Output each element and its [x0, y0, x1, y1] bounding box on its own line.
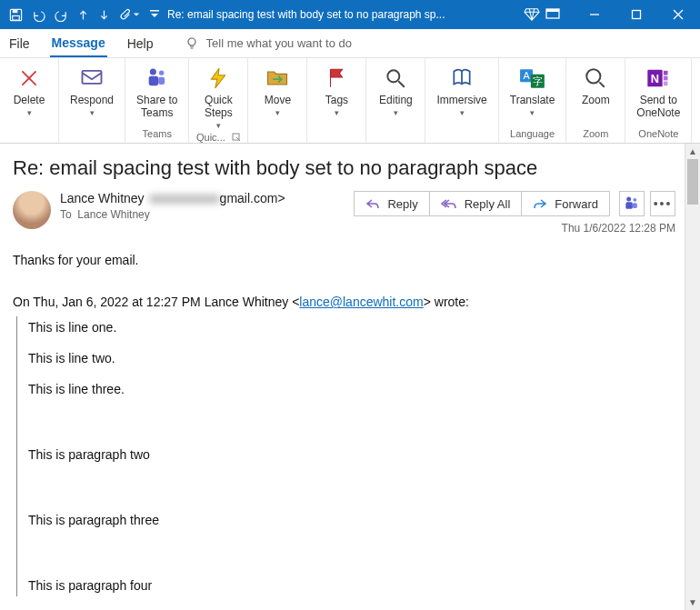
reply-all-button[interactable]: Reply All [429, 191, 523, 216]
group-delete: Delete ▾ [0, 58, 59, 143]
group-immersive: Immersive ▾ [425, 58, 498, 143]
chevron-down-icon: ▾ [460, 108, 465, 117]
svg-rect-1 [13, 9, 18, 13]
svg-point-26 [587, 69, 601, 83]
window-controls [540, 2, 696, 27]
sender-avatar[interactable] [13, 191, 51, 229]
svg-rect-16 [148, 76, 158, 86]
svg-rect-5 [546, 9, 559, 12]
tell-me-search[interactable]: Tell me what you want to do [185, 36, 352, 51]
vertical-scrollbar[interactable]: ▲ ▼ [685, 144, 700, 610]
scroll-up-arrow[interactable]: ▲ [685, 144, 700, 159]
message-subject: Re: email spacing test with body set to … [13, 156, 675, 180]
svg-rect-38 [633, 203, 637, 208]
close-button[interactable] [665, 2, 691, 27]
zoom-icon [581, 64, 610, 93]
message-area: Re: email spacing test with body set to … [0, 144, 700, 610]
tags-button[interactable]: Tags ▾ [313, 62, 360, 119]
onenote-icon: N [644, 64, 673, 93]
previous-item-icon[interactable] [77, 8, 89, 22]
translate-button[interactable]: A字 Translate ▾ [505, 62, 561, 119]
svg-text:A: A [523, 70, 530, 81]
respond-icon [77, 64, 106, 93]
quick-access-toolbar [4, 8, 160, 22]
svg-point-19 [388, 70, 400, 82]
ribbon-tabs: File Message Help Tell me what you want … [0, 29, 700, 58]
recipient-line: To Lance Whitney [60, 208, 354, 221]
group-language: A字 Translate ▾ Language [499, 58, 567, 143]
svg-point-36 [633, 198, 636, 202]
svg-rect-37 [625, 202, 633, 209]
tab-message[interactable]: Message [50, 30, 107, 57]
more-actions-button[interactable]: ••• [650, 191, 675, 216]
next-item-icon[interactable] [98, 8, 110, 22]
ribbon-display-icon[interactable] [540, 2, 565, 27]
book-icon [447, 64, 476, 93]
teams-chat-button[interactable] [619, 191, 645, 216]
quick-steps-button[interactable]: Quick Steps ▾ [195, 62, 242, 132]
group-editing: Editing ▾ [366, 58, 425, 143]
svg-rect-3 [150, 10, 159, 12]
group-addin: Viva Insights Add-in [692, 58, 700, 143]
window-title: Re: email spacing test with body set to … [160, 8, 453, 21]
quoted-sender-email-link[interactable]: lance@lancewhit.com [299, 295, 423, 309]
tab-help[interactable]: Help [125, 31, 155, 56]
message-pane: Re: email spacing test with body set to … [0, 144, 685, 610]
delete-button[interactable]: Delete ▾ [5, 62, 53, 119]
quoted-paragraph: This is paragraph four [28, 578, 675, 593]
group-label: Zoom [583, 126, 608, 141]
save-icon[interactable] [9, 8, 23, 22]
send-to-onenote-button[interactable]: N Send to OneNote [631, 62, 685, 122]
flag-icon [322, 64, 351, 93]
forward-icon [533, 197, 547, 210]
message-body: Thanks for your email. [13, 251, 675, 269]
folder-move-icon [263, 64, 292, 93]
svg-point-10 [188, 38, 195, 45]
chevron-down-icon: ▾ [394, 108, 398, 117]
svg-line-27 [600, 82, 605, 86]
redo-icon[interactable] [55, 8, 68, 22]
sender-email: xxxxxxxxxxxgmail.com> [150, 191, 285, 205]
zoom-button[interactable]: Zoom [572, 62, 619, 109]
chevron-down-icon: ▾ [90, 108, 95, 117]
minimize-button[interactable] [582, 2, 607, 27]
attach-icon[interactable] [119, 8, 140, 22]
premium-diamond-icon[interactable] [524, 7, 540, 22]
quote-intro: On Thu, Jan 6, 2022 at 12:27 PM Lance Wh… [13, 295, 675, 309]
body-paragraph: Thanks for your email. [13, 251, 675, 269]
response-actions: Reply Reply All Forward [354, 191, 610, 216]
group-teams: Share to Teams Teams [125, 58, 189, 143]
svg-rect-2 [13, 15, 20, 20]
scroll-down-arrow[interactable]: ▼ [685, 595, 700, 610]
respond-button[interactable]: Respond ▾ [65, 62, 119, 119]
scroll-thumb[interactable] [687, 159, 698, 205]
group-label: Teams [143, 126, 172, 141]
svg-rect-17 [158, 77, 165, 85]
qat-customize-icon[interactable] [149, 9, 160, 20]
forward-button[interactable]: Forward [521, 191, 610, 216]
quoted-message: This is line one. This is line two. This… [16, 316, 675, 596]
svg-text:字: 字 [532, 76, 542, 87]
quoted-line: This is line two. [28, 351, 675, 365]
teams-icon [623, 195, 641, 213]
translate-icon: A字 [518, 64, 547, 93]
share-to-teams-button[interactable]: Share to Teams [131, 62, 183, 122]
undo-icon[interactable] [32, 8, 45, 22]
reply-button[interactable]: Reply [354, 191, 429, 216]
teams-icon [143, 64, 172, 93]
group-quick-steps: Quick Steps ▾ Quic... [189, 58, 248, 143]
maximize-button[interactable] [624, 2, 649, 27]
quoted-paragraph: This is paragraph three [28, 513, 675, 527]
tab-file[interactable]: File [7, 31, 32, 56]
group-zoom: Zoom Zoom [566, 58, 625, 143]
chevron-down-icon: ▾ [216, 121, 221, 130]
ribbon: Delete ▾ Respond ▾ Share to Teams Teams [0, 58, 700, 144]
svg-point-35 [626, 197, 631, 202]
search-icon [381, 64, 410, 93]
message-date: Thu 1/6/2022 12:28 PM [354, 222, 675, 235]
lightning-icon [204, 64, 233, 93]
move-button[interactable]: Move ▾ [254, 62, 301, 119]
editing-button[interactable]: Editing ▾ [372, 62, 419, 119]
immersive-button[interactable]: Immersive ▾ [431, 62, 492, 119]
svg-point-14 [150, 69, 156, 75]
